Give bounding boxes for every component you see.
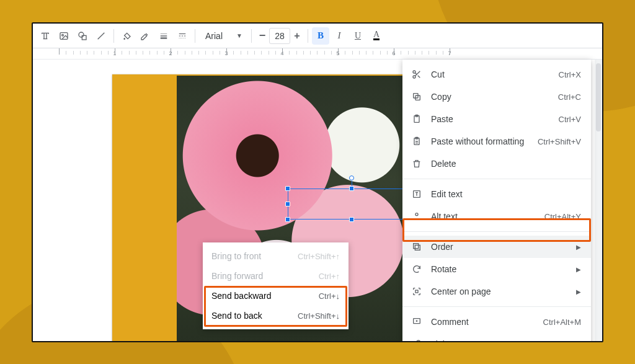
bold-button[interactable]: B	[312, 27, 329, 45]
ctx-paste[interactable]: Paste Ctrl+V	[402, 108, 591, 130]
resize-handle[interactable]	[349, 186, 354, 191]
edit-text-icon	[411, 189, 422, 200]
order-icon	[411, 241, 422, 252]
submenu-send-to-back[interactable]: Send to back Ctrl+Shift+↓	[203, 306, 349, 326]
submenu-bring-forward[interactable]: Bring forward Ctrl+↑	[203, 266, 349, 286]
ctx-link[interactable]: Link Ctrl+K	[402, 333, 591, 342]
ctx-label: Edit text	[431, 189, 581, 199]
submenu-shortcut: Ctrl+↓	[319, 291, 340, 301]
link-icon	[411, 339, 422, 342]
scissors-icon	[411, 69, 422, 80]
ctx-comment[interactable]: Comment Ctrl+Alt+M	[402, 311, 591, 333]
submenu-shortcut: Ctrl+Shift+↓	[298, 311, 340, 321]
ctx-cut[interactable]: Cut Ctrl+X	[402, 63, 591, 86]
app-frame: Arial ▼ − + B I U A 1 2 3 4 5 6 7	[32, 22, 603, 342]
ctx-rotate[interactable]: Rotate ▶	[402, 258, 591, 280]
ctx-shortcut: Ctrl+X	[559, 70, 581, 79]
alt-text-icon	[411, 211, 422, 222]
ctx-label: Comment	[431, 317, 535, 327]
separator	[251, 29, 252, 43]
ctx-copy[interactable]: Copy Ctrl+C	[402, 86, 591, 108]
center-icon	[411, 286, 422, 297]
ctx-edit-text[interactable]: Edit text	[402, 183, 591, 205]
submenu-label: Bring forward	[211, 271, 263, 281]
ctx-shortcut: Ctrl+Alt+Y	[544, 212, 581, 221]
ctx-shortcut: Ctrl+V	[559, 115, 581, 124]
resize-handle[interactable]	[285, 202, 290, 206]
vertical-scrollbar[interactable]	[595, 60, 602, 341]
border-weight-button[interactable]	[155, 27, 172, 45]
ctx-shortcut: Ctrl+Alt+M	[543, 317, 581, 327]
text-box-button[interactable]	[37, 27, 54, 45]
ctx-label: Cut	[431, 69, 550, 79]
ctx-order[interactable]: Order ▶	[402, 236, 591, 258]
copy-icon	[411, 91, 422, 102]
ctx-paste-without-formatting[interactable]: Paste without formatting Ctrl+Shift+V	[402, 130, 591, 153]
ctx-label: Delete	[431, 159, 581, 169]
separator	[308, 29, 308, 43]
rotate-handle[interactable]	[349, 175, 354, 180]
ctx-label: Alt text	[431, 211, 536, 221]
context-menu: Cut Ctrl+X Copy Ctrl+C Paste Ctrl+V Past…	[402, 60, 591, 342]
font-size-increase-button[interactable]: +	[290, 27, 304, 45]
svg-point-1	[62, 34, 64, 36]
order-submenu: Bring to front Ctrl+Shift+↑ Bring forwar…	[203, 242, 349, 329]
separator	[402, 179, 591, 179]
shape-button[interactable]	[74, 27, 91, 45]
resize-handle[interactable]	[285, 217, 290, 222]
separator	[402, 231, 591, 232]
resize-handle[interactable]	[349, 217, 354, 222]
line-button[interactable]	[92, 27, 110, 45]
ctx-shortcut: Ctrl+K	[559, 340, 581, 343]
ctx-label: Link	[431, 339, 550, 342]
italic-button[interactable]: I	[331, 27, 348, 45]
ctx-label: Order	[431, 242, 564, 252]
paste-plain-icon	[411, 136, 422, 147]
svg-rect-21	[415, 245, 420, 250]
submenu-label: Send backward	[211, 291, 272, 301]
submenu-shortcut: Ctrl+Shift+↑	[298, 252, 340, 261]
svg-rect-20	[414, 244, 419, 249]
comment-icon	[411, 316, 422, 327]
ctx-delete[interactable]: Delete	[402, 153, 591, 175]
ctx-label: Center on page	[431, 286, 564, 296]
ctx-alt-text[interactable]: Alt text Ctrl+Alt+Y	[402, 205, 591, 228]
svg-rect-3	[82, 35, 86, 40]
chevron-right-icon: ▶	[576, 288, 581, 295]
svg-point-19	[415, 213, 418, 216]
separator	[113, 29, 114, 43]
separator	[402, 306, 591, 307]
font-size-input[interactable]	[269, 28, 290, 44]
ctx-center-on-page[interactable]: Center on page ▶	[402, 280, 591, 303]
selected-text-box[interactable]	[288, 189, 415, 220]
chevron-right-icon: ▶	[576, 266, 581, 273]
ctx-label: Rotate	[431, 264, 564, 274]
submenu-bring-to-front[interactable]: Bring to front Ctrl+Shift+↑	[203, 246, 349, 266]
border-color-button[interactable]	[136, 27, 154, 45]
submenu-send-backward[interactable]: Send backward Ctrl+↓	[203, 286, 349, 306]
underline-button[interactable]: U	[349, 27, 366, 45]
svg-point-2	[79, 32, 84, 37]
resize-handle[interactable]	[285, 186, 290, 191]
font-name-label: Arial	[205, 31, 223, 41]
chevron-right-icon: ▶	[576, 244, 581, 251]
toolbar: Arial ▼ − + B I U A	[33, 24, 602, 48]
svg-point-10	[413, 71, 415, 73]
image-button[interactable]	[55, 27, 73, 45]
ctx-label: Paste	[431, 114, 550, 124]
fill-color-button[interactable]	[118, 27, 135, 45]
font-size-decrease-button[interactable]: −	[255, 27, 269, 45]
svg-rect-22	[415, 290, 418, 293]
ctx-label: Copy	[431, 92, 549, 102]
font-name-dropdown[interactable]: Arial ▼	[199, 27, 247, 45]
chevron-down-icon: ▼	[236, 32, 242, 39]
ctx-shortcut: Ctrl+Shift+V	[538, 137, 581, 146]
border-dash-button[interactable]	[174, 27, 191, 45]
text-color-button[interactable]: A	[368, 27, 385, 45]
separator	[195, 29, 195, 43]
submenu-label: Send to back	[211, 311, 262, 321]
paste-icon	[411, 113, 422, 125]
rotate-icon	[411, 264, 422, 275]
trash-icon	[411, 158, 422, 169]
submenu-shortcut: Ctrl+↑	[319, 272, 340, 281]
